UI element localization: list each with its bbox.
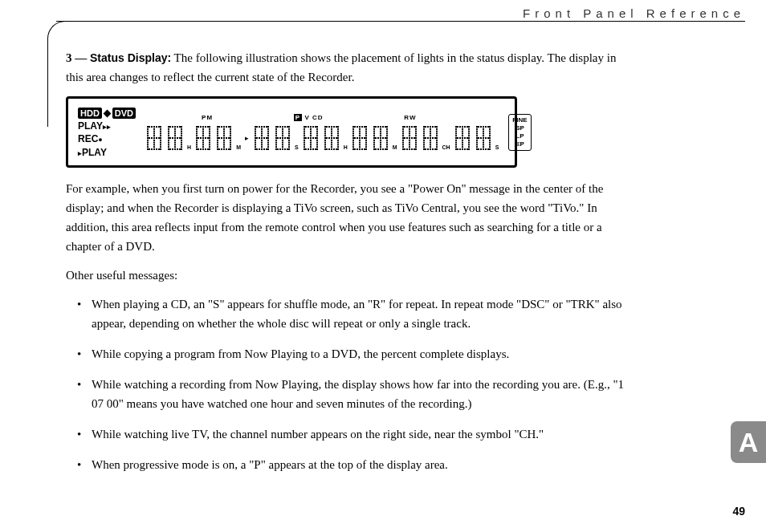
- svg-rect-61: [174, 131, 176, 132]
- svg-rect-348: [331, 128, 332, 130]
- svg-rect-140: [200, 148, 202, 150]
- svg-rect-558: [436, 144, 438, 146]
- svg-rect-82: [172, 126, 173, 128]
- svg-rect-464: [386, 148, 388, 150]
- svg-rect-173: [230, 142, 231, 144]
- svg-rect-319: [316, 146, 318, 148]
- svg-rect-123: [209, 137, 210, 139]
- svg-rect-358: [337, 126, 339, 128]
- play-row: PLAY▸▸: [78, 120, 136, 132]
- svg-rect-517: [414, 126, 415, 128]
- svg-rect-226: [259, 126, 260, 128]
- svg-rect-321: [305, 126, 307, 128]
- svg-rect-430: [361, 148, 363, 150]
- section-intro: 3 — Status Display: The following illust…: [66, 48, 628, 87]
- svg-rect-552: [436, 131, 438, 132]
- svg-rect-130: [200, 126, 202, 128]
- svg-rect-424: [359, 137, 361, 139]
- svg-rect-399: [359, 135, 361, 136]
- svg-rect-655: [489, 146, 491, 148]
- svg-rect-180: [226, 126, 227, 128]
- svg-rect-138: [207, 137, 209, 139]
- svg-rect-454: [386, 126, 388, 128]
- svg-rect-132: [205, 126, 206, 128]
- svg-rect-62: [174, 133, 176, 135]
- dvd-pill: DVD: [112, 108, 136, 119]
- svg-rect-116: [202, 146, 204, 148]
- svg-rect-598: [468, 126, 470, 128]
- svg-rect-111: [202, 135, 204, 136]
- svg-rect-663: [480, 137, 482, 139]
- svg-rect-271: [288, 146, 290, 148]
- other-messages-label: Other useful messages:: [66, 266, 628, 285]
- rec-label: REC: [78, 133, 98, 144]
- svg-rect-154: [217, 148, 218, 150]
- messages-list: When playing a CD, an "S" appears for sh…: [66, 294, 628, 474]
- svg-rect-3: [147, 133, 149, 135]
- svg-rect-71: [181, 128, 182, 130]
- svg-rect-447: [380, 135, 381, 136]
- svg-rect-320: [316, 148, 318, 150]
- svg-rect-224: [267, 148, 269, 150]
- svg-rect-47: [158, 148, 160, 150]
- svg-rect-370: [328, 126, 330, 128]
- svg-rect-300: [310, 128, 312, 130]
- svg-rect-669: [483, 148, 484, 150]
- svg-rect-556: [436, 140, 438, 141]
- svg-rect-311: [316, 128, 318, 130]
- svg-rect-17: [153, 140, 155, 141]
- svg-rect-567: [427, 137, 429, 139]
- svg-rect-325: [315, 126, 316, 128]
- svg-rect-505: [415, 133, 417, 135]
- svg-rect-196: [255, 135, 256, 136]
- svg-rect-127: [209, 146, 210, 148]
- svg-rect-657: [478, 126, 479, 128]
- svg-rect-158: [223, 133, 225, 135]
- segment-digit-icon: [253, 124, 271, 152]
- svg-rect-334: [312, 148, 314, 150]
- svg-rect-508: [415, 140, 417, 141]
- svg-rect-473: [382, 137, 384, 139]
- quality-sp: SP: [512, 124, 527, 132]
- svg-rect-276: [284, 126, 286, 128]
- svg-rect-114: [202, 142, 204, 144]
- svg-rect-607: [468, 146, 470, 148]
- svg-rect-52: [168, 135, 169, 136]
- svg-rect-469: [385, 126, 386, 128]
- svg-rect-171: [230, 137, 231, 139]
- svg-rect-590: [462, 133, 463, 135]
- svg-rect-91: [169, 148, 171, 150]
- status-display-illustration: HDD DVD PLAY▸▸ REC● ▸PLAY PM P V: [66, 96, 517, 168]
- svg-rect-273: [277, 126, 279, 128]
- svg-rect-151: [217, 142, 218, 144]
- svg-rect-416: [365, 148, 367, 150]
- svg-rect-329: [312, 137, 314, 139]
- svg-rect-382: [333, 148, 335, 150]
- svg-rect-481: [402, 128, 404, 130]
- svg-rect-470: [375, 137, 377, 139]
- svg-rect-36: [156, 126, 157, 128]
- svg-rect-474: [385, 137, 386, 139]
- svg-rect-281: [284, 137, 286, 139]
- svg-rect-432: [373, 126, 375, 128]
- svg-rect-179: [223, 126, 225, 128]
- svg-rect-599: [468, 128, 470, 130]
- hdd-pill: HDD: [78, 108, 102, 119]
- svg-rect-324: [312, 126, 314, 128]
- svg-rect-339: [324, 133, 326, 135]
- svg-rect-43: [149, 148, 150, 150]
- svg-rect-29: [160, 142, 161, 144]
- svg-rect-298: [304, 148, 305, 150]
- svg-rect-169: [230, 133, 231, 135]
- list-item: While copying a program from Now Playing…: [66, 344, 628, 363]
- svg-rect-144: [217, 126, 218, 128]
- svg-rect-249: [275, 146, 277, 148]
- svg-rect-562: [427, 126, 429, 128]
- svg-rect-206: [261, 133, 263, 135]
- svg-rect-152: [217, 144, 218, 146]
- svg-rect-483: [402, 133, 404, 135]
- svg-rect-637: [483, 131, 484, 132]
- svg-rect-289: [304, 128, 305, 130]
- svg-rect-626: [476, 131, 478, 132]
- segment-digit-icon: [422, 124, 439, 152]
